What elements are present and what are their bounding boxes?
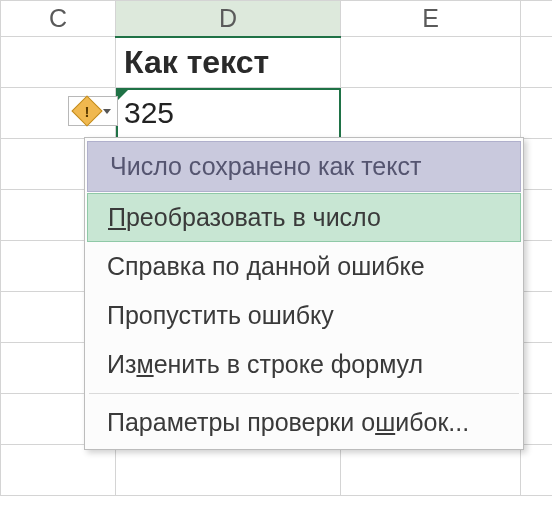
cell-f7[interactable] xyxy=(521,292,553,343)
cell-f5[interactable] xyxy=(521,190,553,241)
cell-c10[interactable] xyxy=(1,445,116,496)
chevron-down-icon xyxy=(103,109,111,114)
menu-item-edit-in-formula-bar[interactable]: Изменить в строке формул xyxy=(85,340,523,389)
error-options-menu: Число сохранено как текст Преобразовать … xyxy=(84,137,524,450)
cell-f6[interactable] xyxy=(521,241,553,292)
cell-f2[interactable] xyxy=(521,37,553,88)
cell-d3-selected[interactable]: 325 xyxy=(116,88,341,139)
col-header-d[interactable]: D xyxy=(116,1,341,37)
cell-d10[interactable] xyxy=(116,445,341,496)
menu-item-ignore-error[interactable]: Пропустить ошибку xyxy=(85,291,523,340)
cell-e10[interactable] xyxy=(341,445,521,496)
column-header-row: C D E xyxy=(1,1,553,37)
cell-e3[interactable] xyxy=(341,88,521,139)
cell-f8[interactable] xyxy=(521,343,553,394)
menu-item-convert-to-number[interactable]: Преобразовать в число xyxy=(87,193,521,242)
col-header-e[interactable]: E xyxy=(341,1,521,37)
menu-item-help-on-error[interactable]: Справка по данной ошибке xyxy=(85,242,523,291)
cell-f4[interactable] xyxy=(521,139,553,190)
col-header-c[interactable]: C xyxy=(1,1,116,37)
cell-f10[interactable] xyxy=(521,445,553,496)
warning-diamond-icon: ! xyxy=(71,95,102,126)
error-smart-tag[interactable]: ! xyxy=(68,96,118,126)
menu-item-error-checking-options[interactable]: Параметры проверки ошибок... xyxy=(85,398,523,447)
cell-f3[interactable] xyxy=(521,88,553,139)
cell-e2[interactable] xyxy=(341,37,521,88)
warning-bang: ! xyxy=(84,103,89,120)
cell-d2[interactable]: Как текст xyxy=(116,37,341,88)
col-header-next[interactable] xyxy=(521,1,553,37)
cell-f9[interactable] xyxy=(521,394,553,445)
menu-title-number-stored-as-text: Число сохранено как текст xyxy=(87,141,521,192)
cell-c2[interactable] xyxy=(1,37,116,88)
menu-separator xyxy=(89,393,519,394)
